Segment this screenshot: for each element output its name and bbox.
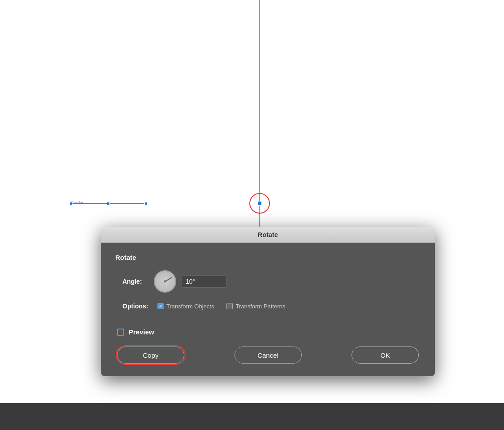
- angle-dial[interactable]: [154, 270, 176, 293]
- options-row: Options: Transform Objects Transform Pat…: [122, 303, 421, 310]
- preview-row: Preview: [117, 328, 421, 336]
- transform-patterns-label: Transform Patterns: [235, 303, 285, 310]
- preview-checkbox[interactable]: [117, 329, 124, 336]
- angle-input[interactable]: [182, 275, 226, 288]
- angle-row: Angle:: [122, 270, 421, 293]
- ok-button[interactable]: OK: [352, 347, 419, 364]
- transform-patterns-checkbox[interactable]: [226, 303, 233, 309]
- rotate-section-label: Rotate: [115, 254, 421, 261]
- transform-objects-label: Transform Objects: [166, 303, 214, 310]
- angle-label: Angle:: [122, 278, 154, 285]
- rotate-dialog: Rotate Rotate Angle: Options: Transform: [101, 227, 435, 376]
- buttons-row: Copy Cancel OK: [115, 347, 421, 364]
- canvas-text-element: Stroke: [70, 201, 83, 205]
- cancel-button[interactable]: Cancel: [235, 347, 302, 364]
- rotation-origin-dot: [257, 201, 262, 206]
- handle-mid[interactable]: [107, 202, 110, 205]
- rotation-origin[interactable]: [249, 193, 270, 214]
- dialog-overlay: Rotate Rotate Angle: Options: Transform: [101, 227, 435, 430]
- rotation-origin-circle: [249, 193, 270, 214]
- preview-label: Preview: [129, 328, 154, 336]
- dialog-titlebar: Rotate: [101, 227, 435, 243]
- options-label: Options:: [122, 303, 154, 310]
- transform-patterns-group: Transform Patterns: [226, 303, 285, 310]
- canvas-area: Stroke: [0, 0, 504, 229]
- handle-right[interactable]: [144, 202, 148, 205]
- dialog-title: Rotate: [258, 231, 278, 238]
- angle-dial-center: [164, 281, 166, 283]
- copy-button[interactable]: Copy: [117, 347, 184, 364]
- divider: [115, 319, 421, 319]
- transform-objects-checkbox[interactable]: [157, 303, 164, 309]
- dialog-body: Rotate Angle: Options: Transform Objects: [101, 243, 435, 376]
- transform-objects-group: Transform Objects: [157, 303, 214, 310]
